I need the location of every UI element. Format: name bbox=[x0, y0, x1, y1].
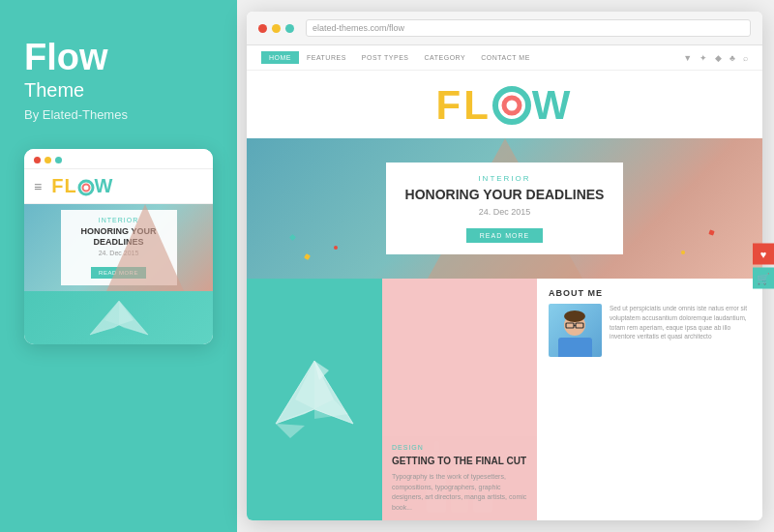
about-me-title: ABOUT ME bbox=[549, 288, 751, 298]
nav-item-contact[interactable]: CONTACT ME bbox=[473, 51, 538, 64]
hero-read-more-button[interactable]: READ MORE bbox=[466, 228, 543, 243]
mobile-logo: FL W bbox=[51, 175, 113, 197]
grid-col-teal bbox=[247, 279, 382, 520]
hero-date: 24. Dec 2015 bbox=[405, 207, 605, 217]
site-navigation: HOME FEATURES POST TYPES CATEGORY CONTAC… bbox=[247, 45, 762, 71]
col2-category: DESIGN bbox=[392, 444, 527, 451]
browser-window-dots bbox=[258, 24, 294, 33]
left-panel: Flow Theme By Elated-Themes ≡ FL bbox=[0, 0, 237, 532]
floating-sidebar: ♥ 🛒 bbox=[753, 244, 774, 289]
nav-item-post-types[interactable]: POST TYPES bbox=[354, 51, 417, 64]
browser-chrome: elated-themes.com/flow bbox=[247, 12, 762, 45]
theme-title: Flow bbox=[24, 39, 108, 75]
grid-col-pink: DESIGN GETTING TO THE FINAL CUT Typograp… bbox=[382, 279, 537, 520]
social-icon-4[interactable]: ♣ bbox=[729, 53, 735, 63]
site-logo-w: W bbox=[532, 82, 574, 129]
search-icon[interactable]: ⌕ bbox=[743, 53, 748, 63]
svg-point-1 bbox=[82, 184, 89, 191]
browser-address-bar[interactable]: elated-themes.com/flow bbox=[306, 19, 751, 37]
col2-title: GETTING TO THE FINAL CUT bbox=[392, 455, 527, 467]
logo-letter-w: W bbox=[95, 175, 114, 197]
origami-bird-icon bbox=[256, 346, 372, 453]
hero-section: INTERIOR HONORING YOUR DEADLINES 24. Dec… bbox=[247, 138, 762, 279]
right-panel: elated-themes.com/flow HOME FEATURES POS… bbox=[237, 0, 774, 532]
svg-point-7 bbox=[495, 89, 528, 122]
svg-point-0 bbox=[79, 181, 93, 194]
browser-dot-yellow bbox=[272, 24, 281, 33]
grid-col-about: ABOUT ME bbox=[537, 279, 762, 520]
bottom-grid: DESIGN GETTING TO THE FINAL CUT Typograp… bbox=[247, 279, 762, 520]
logo-letter-o bbox=[77, 179, 95, 196]
mobile-bottom-section bbox=[24, 291, 213, 344]
browser-dot-green bbox=[285, 24, 294, 33]
hamburger-icon[interactable]: ≡ bbox=[34, 179, 42, 194]
mobile-window-dots bbox=[34, 157, 62, 163]
confetti-5 bbox=[708, 229, 714, 235]
theme-author: By Elated-Themes bbox=[24, 107, 128, 122]
hero-triangle-decoration bbox=[106, 204, 184, 291]
site-logo-o-icon bbox=[491, 85, 532, 126]
sidebar-heart-button[interactable]: ♥ bbox=[753, 244, 774, 265]
nav-item-home[interactable]: HOME bbox=[261, 51, 299, 64]
confetti-1 bbox=[304, 253, 311, 260]
mobile-top-bar bbox=[24, 149, 213, 169]
origami-bird-small-icon bbox=[80, 291, 158, 344]
nav-item-category[interactable]: CATEGORY bbox=[417, 51, 474, 64]
col2-text-overlay: DESIGN GETTING TO THE FINAL CUT Typograp… bbox=[382, 436, 537, 520]
mobile-mockup: ≡ FL W INTERIOR HONORING YOUR DEADLINES bbox=[24, 149, 213, 344]
nav-item-features[interactable]: FEATURES bbox=[299, 51, 354, 64]
browser-dot-red bbox=[258, 24, 267, 33]
hero-title: HONORING YOUR DEADLINES bbox=[405, 187, 605, 203]
social-icon-3[interactable]: ◆ bbox=[715, 53, 722, 63]
mobile-nav-bar: ≡ FL W bbox=[24, 169, 213, 204]
heart-icon: ♥ bbox=[760, 249, 767, 260]
about-me-photo-container bbox=[549, 304, 602, 357]
person-avatar-icon bbox=[549, 304, 602, 357]
confetti-2 bbox=[334, 246, 338, 250]
about-me-content: Sed ut perspiciatis unde omnis iste natu… bbox=[549, 304, 751, 357]
svg-rect-17 bbox=[558, 338, 592, 357]
site-logo-area: FL W bbox=[247, 71, 762, 138]
mobile-dot-green bbox=[55, 157, 62, 163]
theme-subtitle: Theme bbox=[24, 79, 84, 102]
col2-body: Typography is the work of typesetters, c… bbox=[392, 472, 527, 513]
site-logo-fl: FL bbox=[436, 82, 491, 129]
hero-category: INTERIOR bbox=[405, 174, 605, 183]
about-me-photo bbox=[549, 304, 602, 357]
mobile-dot-yellow bbox=[45, 157, 51, 163]
sidebar-cart-button[interactable]: 🛒 bbox=[753, 268, 774, 289]
svg-point-19 bbox=[564, 310, 585, 322]
confetti-4 bbox=[681, 251, 685, 254]
social-icon-1[interactable]: ▼ bbox=[683, 53, 692, 63]
social-icon-2[interactable]: ✦ bbox=[700, 53, 707, 63]
site-logo: FL W bbox=[247, 82, 762, 129]
about-me-text: Sed ut perspiciatis unde omnis iste natu… bbox=[610, 304, 751, 357]
logo-letter-f: FL bbox=[51, 175, 76, 197]
mobile-dot-red bbox=[34, 157, 41, 163]
cart-icon: 🛒 bbox=[757, 272, 770, 284]
confetti-3 bbox=[289, 234, 296, 241]
nav-right-icons: ▼ ✦ ◆ ♣ ⌕ bbox=[683, 53, 748, 63]
svg-marker-15 bbox=[276, 424, 305, 438]
browser-mockup: elated-themes.com/flow HOME FEATURES POS… bbox=[247, 12, 762, 520]
hero-card: INTERIOR HONORING YOUR DEADLINES 24. Dec… bbox=[386, 163, 624, 254]
svg-point-8 bbox=[504, 98, 520, 113]
mobile-hero: INTERIOR HONORING YOUR DEADLINES 24. Dec… bbox=[24, 204, 213, 291]
